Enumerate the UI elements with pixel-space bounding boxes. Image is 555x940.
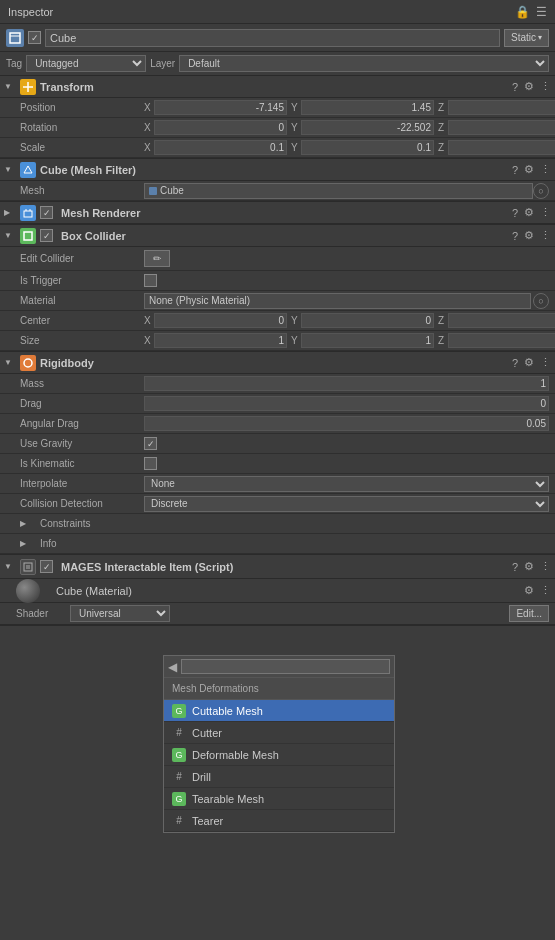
transform-help-icon[interactable]: ? (512, 81, 518, 93)
collider-center-label: Center (20, 315, 140, 326)
mesh-renderer-help-icon[interactable]: ? (512, 207, 518, 219)
box-collider-triangle-icon[interactable]: ▼ (4, 231, 16, 240)
angular-drag-input[interactable]: 0.05 (144, 416, 549, 431)
dropdown-section-header: Mesh Deformations (164, 678, 394, 700)
interpolate-select[interactable]: None (144, 476, 549, 492)
pos-z-label: Z (438, 102, 446, 113)
mesh-filter-triangle-icon[interactable]: ▼ (4, 165, 16, 174)
pos-x-input[interactable]: -7.145 (154, 100, 287, 115)
scale-x-input[interactable]: 0.1 (154, 140, 287, 155)
mesh-filter-help-icon[interactable]: ? (512, 164, 518, 176)
center-z-input[interactable]: 0 (448, 313, 555, 328)
rigidbody-help-icon[interactable]: ? (512, 357, 518, 369)
rigidbody-settings-icon[interactable]: ⚙ (524, 356, 534, 369)
mages-script-section: ▼ MAGES Interactable Item (Script) ? ⚙ ⋮… (0, 555, 555, 626)
mesh-filter-more-icon[interactable]: ⋮ (540, 163, 551, 176)
mesh-renderer-more-icon[interactable]: ⋮ (540, 206, 551, 219)
box-collider-title: Box Collider (61, 230, 508, 242)
center-y-input[interactable]: 0 (301, 313, 434, 328)
collider-material-picker-button[interactable]: ○ (533, 293, 549, 309)
mesh-filter-settings-icon[interactable]: ⚙ (524, 163, 534, 176)
pos-z-input[interactable]: -5.56 (448, 100, 555, 115)
rigidbody-triangle-icon[interactable]: ▼ (4, 358, 16, 367)
use-gravity-checkbox[interactable] (144, 437, 157, 450)
rotation-label: Rotation (20, 122, 140, 133)
mages-script-triangle-icon[interactable]: ▼ (4, 562, 16, 571)
size-y-input[interactable]: 1 (301, 333, 434, 348)
use-gravity-label: Use Gravity (20, 438, 140, 449)
rigidbody-more-icon[interactable]: ⋮ (540, 356, 551, 369)
dropdown-item-tearer[interactable]: # Tearer (164, 810, 394, 832)
collider-material-value: None (Physic Material) (144, 293, 531, 309)
is-kinematic-checkbox[interactable] (144, 457, 157, 470)
mages-script-settings-icon[interactable]: ⚙ (524, 560, 534, 573)
edit-collider-button[interactable]: ✏ (144, 250, 170, 267)
info-triangle-icon[interactable]: ▶ (20, 539, 32, 548)
static-button[interactable]: Static ▾ (504, 29, 549, 47)
rot-z-input[interactable]: 0 (448, 120, 555, 135)
box-collider-settings-icon[interactable]: ⚙ (524, 229, 534, 242)
mesh-filter-icon (20, 162, 36, 178)
constraints-triangle-icon[interactable]: ▶ (20, 519, 32, 528)
material-settings-icon[interactable]: ⚙ (524, 584, 534, 597)
mages-script-enabled-checkbox[interactable] (40, 560, 53, 573)
menu-icon[interactable]: ☰ (536, 5, 547, 19)
drag-input[interactable]: 0 (144, 396, 549, 411)
box-collider-more-icon[interactable]: ⋮ (540, 229, 551, 242)
dropdown-item-tearable-mesh[interactable]: G Tearable Mesh (164, 788, 394, 810)
mesh-renderer-triangle-icon[interactable]: ▶ (4, 208, 16, 217)
pos-y-input[interactable]: 1.45 (301, 100, 434, 115)
angular-drag-label: Angular Drag (20, 418, 140, 429)
lock-icon[interactable]: 🔒 (515, 5, 530, 19)
is-trigger-checkbox[interactable] (144, 274, 157, 287)
transform-settings-icon[interactable]: ⚙ (524, 80, 534, 93)
layer-select[interactable]: Default (179, 55, 549, 72)
box-collider-help-icon[interactable]: ? (512, 230, 518, 242)
object-enabled-checkbox[interactable] (28, 31, 41, 44)
scale-z-input[interactable]: 0.1 (448, 140, 555, 155)
mass-input[interactable]: 1 (144, 376, 549, 391)
tag-select[interactable]: Untagged (26, 55, 146, 72)
rot-y-input[interactable]: -22.502 (301, 120, 434, 135)
size-z-input[interactable]: 1 (448, 333, 555, 348)
is-trigger-label: Is Trigger (20, 275, 140, 286)
material-more-icon[interactable]: ⋮ (540, 584, 551, 597)
mages-script-header: ▼ MAGES Interactable Item (Script) ? ⚙ ⋮ (0, 555, 555, 579)
object-type-icon (6, 29, 24, 47)
mesh-filter-section: ▼ Cube (Mesh Filter) ? ⚙ ⋮ Mesh Cube ○ (0, 159, 555, 202)
dropdown-item-cuttable-mesh[interactable]: G Cuttable Mesh (164, 700, 394, 722)
mesh-picker-button[interactable]: ○ (533, 183, 549, 199)
transform-more-icon[interactable]: ⋮ (540, 80, 551, 93)
size-x-input[interactable]: 1 (154, 333, 287, 348)
collider-size-row: Size X1 Y1 Z1 (0, 331, 555, 351)
transform-triangle-icon[interactable]: ▼ (4, 82, 16, 91)
scale-y-input[interactable]: 0.1 (301, 140, 434, 155)
dropdown-item-deformable-mesh[interactable]: G Deformable Mesh (164, 744, 394, 766)
dropdown-search-input[interactable] (181, 659, 390, 674)
info-label: Info (40, 538, 160, 549)
shader-row: Shader Universal Edit... (0, 603, 555, 625)
shader-edit-button[interactable]: Edit... (509, 605, 549, 622)
mesh-renderer-settings-icon[interactable]: ⚙ (524, 206, 534, 219)
mesh-renderer-section: ▶ Mesh Renderer ? ⚙ ⋮ (0, 202, 555, 225)
shader-select[interactable]: Universal (70, 605, 170, 622)
box-collider-enabled-checkbox[interactable] (40, 229, 53, 242)
mages-script-more-icon[interactable]: ⋮ (540, 560, 551, 573)
svg-rect-5 (24, 211, 32, 217)
collision-detection-select[interactable]: Discrete (144, 496, 549, 512)
dropdown-item-cutter[interactable]: # Cutter (164, 722, 394, 744)
object-name-input[interactable]: Cube (45, 29, 500, 47)
mages-script-help-icon[interactable]: ? (512, 561, 518, 573)
collider-material-row: Material None (Physic Material) ○ (0, 291, 555, 311)
constraints-label: Constraints (40, 518, 160, 529)
mesh-filter-title: Cube (Mesh Filter) (40, 164, 508, 176)
mesh-renderer-enabled-checkbox[interactable] (40, 206, 53, 219)
dropdown-item-drill[interactable]: # Drill (164, 766, 394, 788)
static-arrow-icon: ▾ (538, 33, 542, 42)
rot-x-input[interactable]: 0 (154, 120, 287, 135)
layer-label: Layer (150, 58, 175, 69)
cutter-icon: # (172, 726, 186, 740)
center-x-input[interactable]: 0 (154, 313, 287, 328)
dropdown-back-button[interactable]: ◀ (168, 660, 177, 674)
info-row: ▶ Info (0, 534, 555, 554)
